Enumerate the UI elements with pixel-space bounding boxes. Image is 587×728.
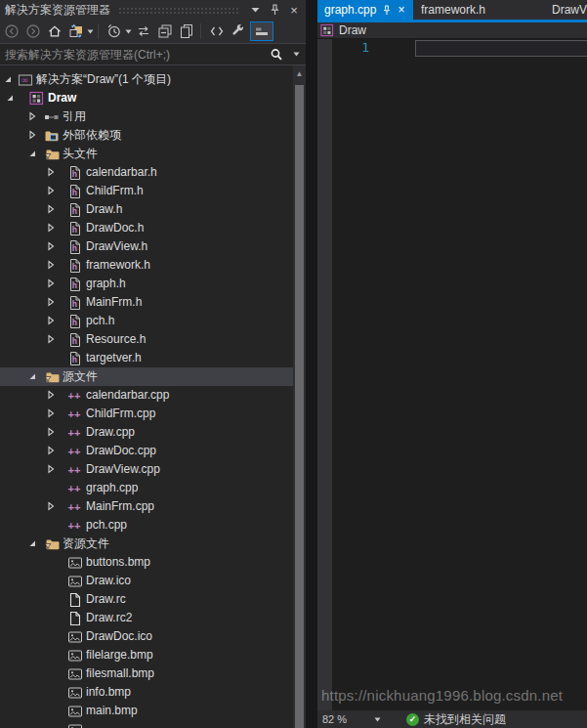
tree-row[interactable]: Draw.rc2: [0, 609, 293, 627]
panel-titlebar[interactable]: 解决方案资源管理器 ×: [0, 0, 306, 20]
chevron-collapsed-icon[interactable]: [27, 130, 37, 140]
editor-navigation-bar[interactable]: Draw: [317, 22, 587, 39]
tree-row[interactable]: 外部依赖项: [0, 126, 293, 145]
editor-line[interactable]: 1: [332, 39, 587, 58]
tree-row[interactable]: hDraw.h: [0, 200, 293, 219]
tree-row[interactable]: hpch.h: [0, 312, 293, 330]
tree-row[interactable]: ++pch.cpp: [0, 516, 293, 535]
tree-row[interactable]: htargetver.h: [0, 349, 293, 367]
back-icon[interactable]: [2, 21, 21, 41]
chevron-collapsed-icon[interactable]: [46, 316, 56, 325]
tree-row[interactable]: Draw.rc: [0, 590, 293, 609]
chevron-collapsed-icon[interactable]: [46, 501, 56, 511]
tree-row[interactable]: 资源文件: [0, 535, 293, 553]
tree-row[interactable]: ++Draw.cpp: [0, 423, 293, 442]
code-editor[interactable]: 1 https://nickhuang1996.blog.csdn.net 82…: [317, 39, 587, 728]
chevron-expanded-icon[interactable]: [5, 93, 15, 103]
tree-row[interactable]: Draw.ico: [0, 572, 293, 590]
sync-with-active-document-icon[interactable]: [134, 21, 153, 41]
tab-framework-h[interactable]: framework.h: [413, 0, 542, 20]
tree-row[interactable]: ++DrawView.cpp: [0, 460, 293, 479]
panel-splitter[interactable]: [306, 0, 317, 728]
chevron-collapsed-icon[interactable]: [46, 278, 56, 288]
tab-drawview[interactable]: DrawV: [542, 0, 587, 20]
close-icon[interactable]: ×: [398, 3, 404, 17]
tree-row[interactable]: 源文件: [0, 367, 293, 386]
svg-text:++: ++: [68, 483, 81, 494]
tree-scrollbar[interactable]: ▲: [293, 65, 306, 728]
view-code-icon[interactable]: [207, 21, 227, 41]
pin-icon[interactable]: [267, 2, 282, 18]
tree-row[interactable]: buttons.bmp: [0, 553, 293, 572]
close-icon[interactable]: ×: [286, 2, 302, 18]
forward-icon[interactable]: [23, 21, 43, 41]
home-icon[interactable]: [45, 21, 64, 41]
chevron-collapsed-icon[interactable]: [46, 167, 56, 177]
tree-row[interactable]: 头文件: [0, 145, 293, 163]
tree-row[interactable]: info.bmp: [0, 683, 293, 702]
chevron-collapsed-icon[interactable]: [46, 241, 56, 251]
tree-row[interactable]: main.bmp: [0, 702, 293, 720]
chevron-collapsed-icon[interactable]: [27, 111, 37, 121]
tree-row[interactable]: hgraph.h: [0, 275, 293, 293]
zoom-level[interactable]: 82 %: [322, 713, 347, 725]
tree-row[interactable]: filesmall.bmp: [0, 664, 293, 683]
tree-row[interactable]: Draw: [0, 89, 293, 107]
collapse-all-icon[interactable]: [155, 21, 175, 41]
chevron-expanded-icon[interactable]: [27, 538, 37, 548]
scroll-up-icon[interactable]: ▲: [293, 65, 306, 81]
tree-row[interactable]: 引用: [0, 107, 293, 126]
svg-text:h: h: [72, 225, 77, 235]
search-icon[interactable]: [269, 47, 284, 63]
search-input[interactable]: [0, 47, 269, 63]
search-box[interactable]: [0, 44, 306, 65]
tree-row[interactable]: hframework.h: [0, 256, 293, 275]
tree-row[interactable]: hChildFrm.h: [0, 182, 293, 200]
tree-row[interactable]: hDrawView.h: [0, 237, 293, 256]
tree-row[interactable]: [0, 720, 293, 728]
pending-changes-icon[interactable]: [105, 21, 124, 41]
chevron-collapsed-icon[interactable]: [46, 464, 56, 474]
chevron-expanded-icon[interactable]: [27, 149, 37, 158]
dropdown-caret-icon[interactable]: [125, 29, 132, 34]
chevron-collapsed-icon[interactable]: [46, 408, 56, 418]
tree-row[interactable]: hMainFrm.h: [0, 293, 293, 312]
tree-row[interactable]: hDrawDoc.h: [0, 219, 293, 237]
tree-row[interactable]: hResource.h: [0, 330, 293, 349]
preview-selected-items-icon[interactable]: [250, 21, 273, 41]
tree-row[interactable]: ++DrawDoc.cpp: [0, 442, 293, 460]
search-options-caret-icon[interactable]: [288, 47, 304, 63]
tree-row[interactable]: DrawDoc.ico: [0, 627, 293, 646]
show-all-files-icon[interactable]: [177, 21, 196, 41]
cpp-file-icon: ++: [67, 425, 83, 441]
chevron-collapsed-icon[interactable]: [46, 186, 56, 195]
chevron-collapsed-icon[interactable]: [46, 334, 56, 344]
tree-row[interactable]: filelarge.bmp: [0, 646, 293, 664]
chevron-collapsed-icon[interactable]: [46, 390, 56, 400]
chevron-expanded-icon[interactable]: [3, 74, 13, 84]
chevron-collapsed-icon[interactable]: [46, 297, 56, 307]
chevron-collapsed-icon[interactable]: [46, 427, 56, 437]
tree-row[interactable]: ++ChildFrm.cpp: [0, 405, 293, 423]
chevron-collapsed-icon[interactable]: [46, 223, 56, 233]
pin-icon[interactable]: [382, 5, 392, 16]
tree-row[interactable]: hcalendarbar.h: [0, 163, 293, 182]
chevron-collapsed-icon[interactable]: [46, 260, 56, 270]
zoom-caret-icon[interactable]: [374, 717, 381, 722]
tree-row[interactable]: ++calendarbar.cpp: [0, 386, 293, 405]
tree-item-label: 头文件: [63, 145, 98, 163]
switch-views-icon[interactable]: [66, 21, 86, 41]
tree-row[interactable]: ∞解决方案“Draw”(1 个项目): [0, 70, 293, 89]
chevron-collapsed-icon[interactable]: [46, 204, 56, 214]
tab-graph-cpp[interactable]: graph.cpp ×: [317, 0, 413, 20]
chevron-expanded-icon[interactable]: [27, 371, 37, 381]
image-file-icon: [67, 685, 83, 701]
chevron-collapsed-icon[interactable]: [46, 446, 56, 455]
tree-row[interactable]: ++MainFrm.cpp: [0, 497, 293, 516]
window-position-caret-icon[interactable]: [247, 2, 263, 18]
check-circle-icon[interactable]: ✓: [406, 713, 419, 726]
tree-row[interactable]: ++graph.cpp: [0, 479, 293, 497]
dropdown-caret-icon[interactable]: [87, 29, 94, 34]
scrollbar-thumb[interactable]: [295, 85, 304, 728]
properties-icon[interactable]: [229, 21, 248, 41]
